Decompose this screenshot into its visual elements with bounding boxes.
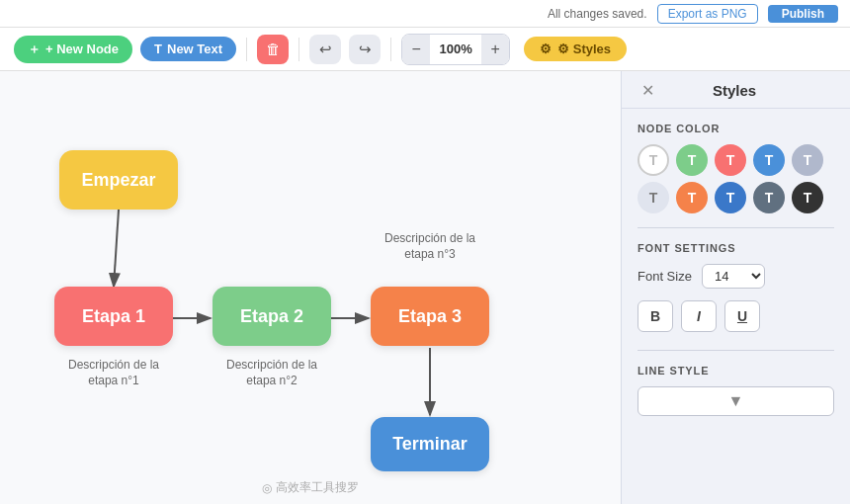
separator-3 [390, 38, 391, 61]
bold-button[interactable]: B [638, 300, 673, 332]
redo-icon: ↪ [359, 41, 372, 58]
node-label-etapa3: Etapa 3 [398, 306, 462, 327]
swatch-white[interactable]: T [638, 144, 669, 176]
line-style-section: LINE STYLE ▼ [622, 351, 850, 424]
swatch-blue[interactable]: T [753, 144, 785, 176]
format-buttons-row: B I U [638, 300, 834, 332]
node-label-terminar: Terminar [392, 434, 468, 455]
panel-header: ✕ Styles [622, 71, 850, 109]
node-etapa2[interactable]: Etapa 2 [212, 287, 331, 346]
node-terminar[interactable]: Terminar [371, 417, 489, 471]
text-icon: T [154, 42, 162, 56]
toolbar: ＋ + New Node T New Text 🗑 ↩ ↪ − + ⚙ ⚙ St… [0, 28, 850, 71]
new-text-button[interactable]: T New Text [140, 37, 236, 61]
node-label-empezar: Empezar [81, 170, 155, 191]
undo-icon: ↩ [319, 41, 332, 58]
swatch-red[interactable]: T [715, 144, 746, 176]
font-size-select[interactable]: 12 14 16 18 20 [702, 264, 765, 289]
swatch-light[interactable]: T [638, 182, 669, 213]
svg-line-1 [114, 210, 119, 287]
gear-icon: ⚙ [540, 42, 552, 56]
plus-icon: ＋ [28, 41, 41, 58]
swatch-gray[interactable]: T [792, 144, 823, 176]
color-swatches-row2: T T T T T [638, 182, 834, 213]
font-settings-label: FONT SETTINGS [638, 242, 834, 254]
saved-status: All changes saved. [548, 7, 647, 21]
watermark-text: 高效率工具搜罗 [276, 479, 359, 496]
node-desc-above-etapa3: Descripción de laetapa n°3 [364, 231, 496, 262]
swatch-blue-dark[interactable]: T [715, 182, 746, 213]
styles-button[interactable]: ⚙ ⚙ Styles [524, 37, 627, 61]
zoom-out-button[interactable]: − [402, 35, 430, 64]
node-color-section: NODE COLOR T T T T T T T T T T [622, 109, 850, 227]
zoom-control: − + [401, 34, 510, 65]
new-node-button[interactable]: ＋ + New Node [14, 36, 132, 63]
publish-button[interactable]: Publish [768, 5, 838, 23]
swatch-slate[interactable]: T [753, 182, 785, 213]
chevron-down-icon: ▼ [728, 392, 744, 410]
watermark: ◎ 高效率工具搜罗 [262, 479, 359, 496]
node-etapa3[interactable]: Etapa 3 [371, 287, 489, 346]
main-area: Empezar Etapa 1 Descripción de laetapa n… [0, 71, 850, 504]
node-etapa1[interactable]: Etapa 1 [54, 287, 173, 346]
font-size-row: Font Size 12 14 16 18 20 [638, 264, 834, 289]
trash-icon: 🗑 [266, 41, 281, 57]
redo-button[interactable]: ↪ [349, 35, 381, 64]
top-bar: All changes saved. Export as PNG Publish [0, 0, 850, 28]
node-color-label: NODE COLOR [638, 123, 834, 134]
undo-button[interactable]: ↩ [309, 35, 341, 64]
node-desc-etapa1: Descripción de laetapa n°1 [49, 358, 178, 388]
node-empezar[interactable]: Empezar [59, 150, 178, 210]
zoom-in-button[interactable]: + [481, 35, 509, 64]
node-desc-etapa2: Descripción de laetapa n°2 [208, 358, 336, 388]
font-settings-section: FONT SETTINGS Font Size 12 14 16 18 20 B… [622, 228, 850, 350]
swatch-green[interactable]: T [676, 144, 708, 176]
swatch-orange[interactable]: T [676, 182, 708, 213]
color-swatches-row1: T T T T T [638, 144, 834, 176]
line-style-dropdown-placeholder[interactable]: ▼ [638, 386, 834, 416]
node-label-etapa1: Etapa 1 [82, 306, 145, 327]
panel-title: Styles [658, 82, 810, 99]
styles-panel: ✕ Styles NODE COLOR T T T T T T T T T T [621, 71, 850, 504]
italic-button[interactable]: I [681, 300, 717, 332]
swatch-dark[interactable]: T [792, 182, 823, 213]
separator-1 [246, 38, 247, 61]
diagram-canvas[interactable]: Empezar Etapa 1 Descripción de laetapa n… [0, 71, 621, 504]
panel-close-button[interactable]: ✕ [638, 81, 658, 100]
export-png-button[interactable]: Export as PNG [657, 4, 758, 24]
line-style-label: LINE STYLE [638, 365, 834, 377]
font-size-label: Font Size [638, 269, 692, 284]
delete-button[interactable]: 🗑 [257, 35, 289, 64]
node-label-etapa2: Etapa 2 [240, 306, 303, 327]
underline-button[interactable]: U [724, 300, 760, 332]
zoom-value-input[interactable] [430, 35, 481, 64]
watermark-icon: ◎ [262, 481, 272, 495]
separator-2 [298, 38, 299, 61]
